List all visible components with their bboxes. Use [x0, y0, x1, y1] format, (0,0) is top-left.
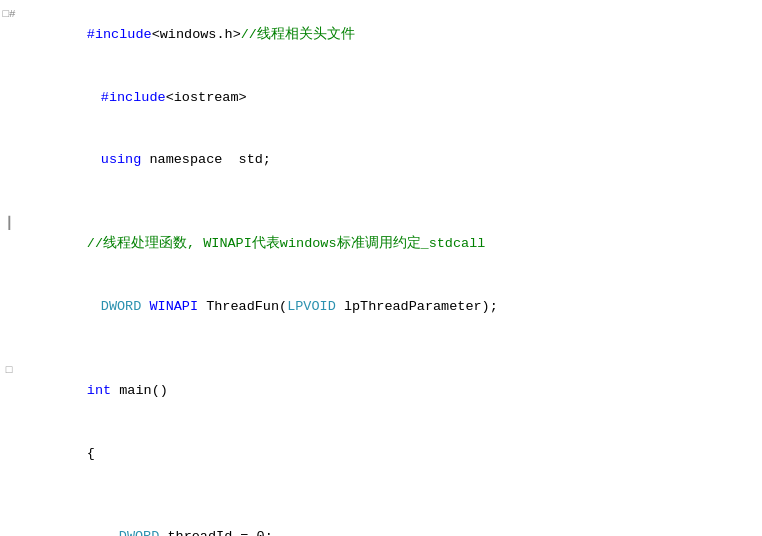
keyword-include-2: #include — [101, 90, 166, 105]
namespace-text: namespace std; — [141, 152, 271, 167]
code-line-7 — [0, 339, 762, 360]
line-content-3: using namespace std; — [18, 130, 762, 193]
line-content-9: { — [18, 423, 762, 486]
gutter-1: □# — [0, 4, 18, 23]
code-line-6: DWORD WINAPI ThreadFun(LPVOID lpThreadPa… — [0, 276, 762, 339]
code-line-2: #include<iostream> — [0, 67, 762, 130]
code-line-5: ┃ //线程处理函数, WINAPI代表windows标准调用约定_stdcal… — [0, 213, 762, 276]
code-line-4 — [0, 192, 762, 213]
param-6: lpThreadParameter); — [336, 299, 498, 314]
gutter-8: □ — [0, 360, 18, 379]
type-dword-2: DWORD — [119, 529, 160, 536]
code-editor: □# #include<windows.h>//线程相关头文件 #include… — [0, 0, 762, 536]
keyword-include: #include — [87, 27, 152, 42]
gutter-7 — [0, 339, 18, 341]
code-line-1: □# #include<windows.h>//线程相关头文件 — [0, 4, 762, 67]
code-line-9: { — [0, 423, 762, 486]
gutter-9 — [0, 423, 18, 425]
func-6: ThreadFun( — [198, 299, 287, 314]
line-content-5: //线程处理函数, WINAPI代表windows标准调用约定_stdcall — [18, 213, 762, 276]
gutter-3 — [0, 130, 18, 132]
gutter-10 — [0, 485, 18, 487]
line-content-4 — [18, 192, 762, 213]
keyword-int: int — [87, 383, 111, 398]
line-content-11: DWORD threadId = 0; — [18, 506, 762, 536]
code-line-11: DWORD threadId = 0; — [0, 506, 762, 536]
keyword-winapi: WINAPI — [149, 299, 198, 314]
comment-1: //线程相关头文件 — [241, 27, 355, 42]
line-content-8: int main() — [18, 360, 762, 423]
threadid-decl: threadId = 0; — [159, 529, 272, 536]
main-func: main() — [111, 383, 168, 398]
gutter-4 — [0, 192, 18, 194]
brace-open: { — [87, 446, 95, 461]
code-line-10 — [0, 485, 762, 506]
keyword-using: using — [101, 152, 142, 167]
gutter-6 — [0, 276, 18, 278]
gutter-11 — [0, 506, 18, 508]
include-arg-2: <iostream> — [166, 90, 247, 105]
type-dword: DWORD — [101, 299, 142, 314]
line-content-1: #include<windows.h>//线程相关头文件 — [18, 4, 762, 67]
gutter-5: ┃ — [0, 213, 18, 234]
type-lpvoid: LPVOID — [287, 299, 336, 314]
line-content-2: #include<iostream> — [18, 67, 762, 130]
code-line-3: using namespace std; — [0, 130, 762, 193]
comment-5: //线程处理函数, WINAPI代表windows标准调用约定_stdcall — [87, 236, 486, 251]
code-content: □# #include<windows.h>//线程相关头文件 #include… — [0, 0, 762, 536]
line-content-7 — [18, 339, 762, 360]
include-arg: <windows.h> — [152, 27, 241, 42]
gutter-2 — [0, 67, 18, 69]
line-content-10 — [18, 485, 762, 506]
code-line-8: □ int main() — [0, 360, 762, 423]
line-content-6: DWORD WINAPI ThreadFun(LPVOID lpThreadPa… — [18, 276, 762, 339]
